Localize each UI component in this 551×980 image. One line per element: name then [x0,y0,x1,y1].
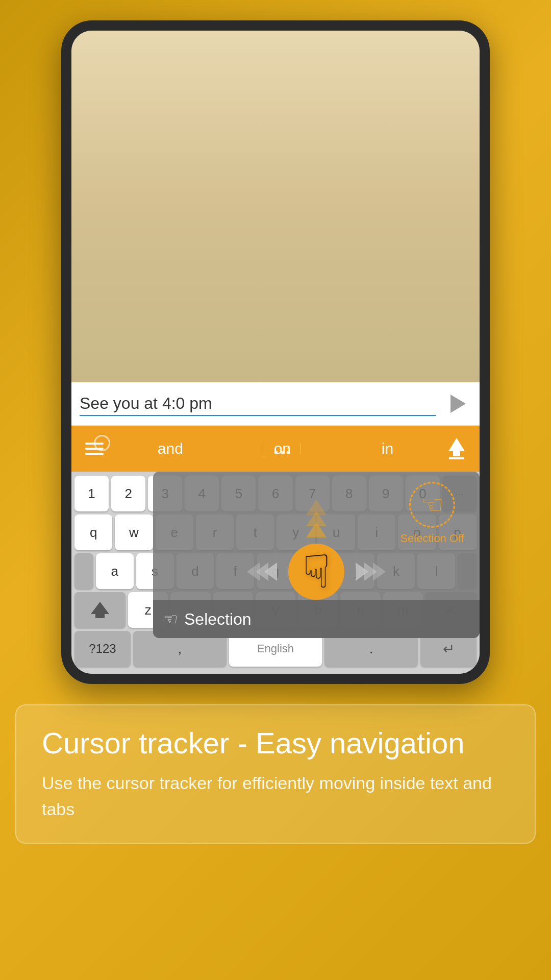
key-w[interactable]: w [115,514,153,550]
keyboard-area: 1 2 3 4 5 6 7 8 9 0 ··· q w e r t y u [71,472,480,674]
selection-finger-icon: ☜ [421,490,444,520]
key-q[interactable]: q [74,514,112,550]
selection-off-label: Selection Off [400,532,464,545]
suggestion-word-3[interactable]: in [371,440,404,457]
info-description: Use the cursor tracker for efficiently m… [42,770,509,822]
info-title: Cursor tracker - Easy navigation [42,726,509,760]
selection-label-bar[interactable]: ☜ Selection [153,600,480,638]
suggestion-words: and on in [112,426,439,472]
send-button[interactable] [441,388,471,419]
phone-screen: and on in [71,31,480,674]
selection-label-icon: ☜ [163,609,178,629]
key-a[interactable]: a [96,553,134,589]
suggestion-dots [274,451,290,454]
selection-circle: ☜ [409,482,455,528]
key-half-left [74,553,93,589]
cursor-middle-row: ☟ [247,544,386,600]
key-1[interactable]: 1 [74,476,109,511]
up-arrows [306,500,327,533]
number-switch-key[interactable]: ?123 [74,631,131,667]
hand-icon: ☟ [303,549,331,595]
message-area [71,31,480,382]
menu-button[interactable] [77,431,112,467]
upload-button[interactable] [439,431,474,467]
left-arrows [247,562,273,581]
send-icon [450,395,466,413]
selection-off-button[interactable]: ☜ Selection Off [400,482,464,545]
selection-label-text: Selection [184,610,252,629]
cursor-tracker-overlay[interactable]: ☜ Selection Off [153,472,480,638]
input-bar [71,382,480,426]
suggestion-word-2[interactable]: on [264,440,301,457]
message-input[interactable] [80,392,436,416]
shift-key[interactable] [74,592,126,628]
key-2[interactable]: 2 [111,476,145,511]
globe-icon [94,435,110,451]
right-arrows [360,562,386,581]
info-panel: Cursor tracker - Easy navigation Use the… [15,704,536,844]
finger-circle[interactable]: ☟ [288,544,344,600]
suggestion-bar: and on in [71,426,480,472]
phone-container: and on in [61,20,490,684]
suggestion-word-1[interactable]: and [147,440,193,457]
